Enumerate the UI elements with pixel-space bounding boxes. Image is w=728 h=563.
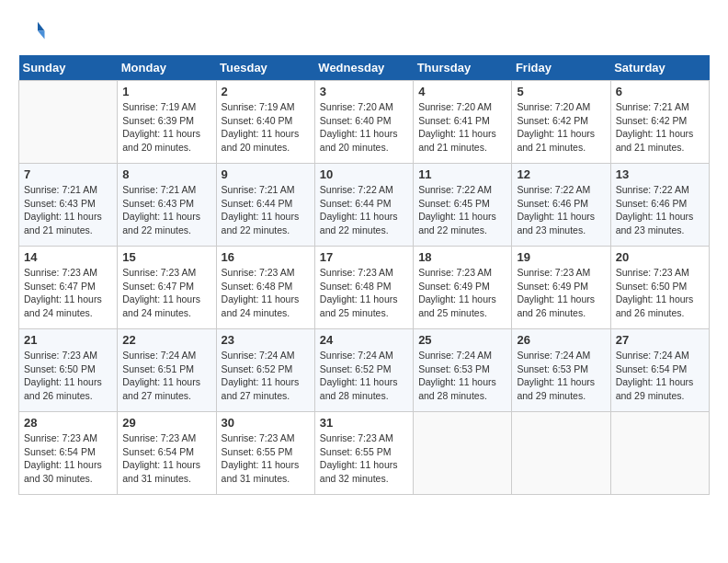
day-detail: Sunrise: 7:24 AM Sunset: 6:54 PM Dayligh… — [616, 349, 704, 403]
day-number: 16 — [222, 250, 310, 264]
day-detail: Sunrise: 7:22 AM Sunset: 6:46 PM Dayligh… — [517, 183, 605, 237]
weekday-header: Tuesday — [216, 55, 314, 81]
calendar-cell: 1Sunrise: 7:19 AM Sunset: 6:39 PM Daylig… — [118, 81, 216, 164]
day-number: 22 — [122, 333, 210, 347]
day-number: 13 — [616, 167, 704, 181]
calendar-cell: 13Sunrise: 7:22 AM Sunset: 6:46 PM Dayli… — [610, 164, 709, 247]
day-detail: Sunrise: 7:23 AM Sunset: 6:47 PM Dayligh… — [122, 266, 210, 320]
day-number: 7 — [24, 167, 112, 181]
day-number: 6 — [616, 85, 704, 98]
calendar-cell — [414, 412, 512, 495]
calendar-table: SundayMondayTuesdayWednesdayThursdayFrid… — [18, 55, 710, 495]
day-detail: Sunrise: 7:22 AM Sunset: 6:44 PM Dayligh… — [320, 183, 408, 237]
day-detail: Sunrise: 7:22 AM Sunset: 6:45 PM Dayligh… — [418, 183, 506, 237]
day-detail: Sunrise: 7:24 AM Sunset: 6:51 PM Dayligh… — [122, 349, 210, 403]
day-number: 10 — [320, 167, 408, 181]
day-detail: Sunrise: 7:24 AM Sunset: 6:52 PM Dayligh… — [222, 349, 310, 403]
logo-icon — [18, 18, 46, 46]
calendar-cell: 14Sunrise: 7:23 AM Sunset: 6:47 PM Dayli… — [19, 247, 118, 329]
calendar-cell: 28Sunrise: 7:23 AM Sunset: 6:54 PM Dayli… — [19, 412, 118, 495]
calendar-cell: 22Sunrise: 7:24 AM Sunset: 6:51 PM Dayli… — [118, 329, 216, 412]
day-detail: Sunrise: 7:22 AM Sunset: 6:46 PM Dayligh… — [616, 183, 704, 237]
calendar-week-row: 21Sunrise: 7:23 AM Sunset: 6:50 PM Dayli… — [19, 329, 710, 412]
day-detail: Sunrise: 7:23 AM Sunset: 6:55 PM Dayligh… — [320, 431, 408, 486]
day-detail: Sunrise: 7:19 AM Sunset: 6:40 PM Dayligh… — [222, 100, 310, 155]
calendar-cell: 3Sunrise: 7:20 AM Sunset: 6:40 PM Daylig… — [314, 81, 413, 164]
day-detail: Sunrise: 7:20 AM Sunset: 6:40 PM Dayligh… — [320, 100, 408, 155]
svg-marker-1 — [38, 31, 45, 40]
day-detail: Sunrise: 7:23 AM Sunset: 6:55 PM Dayligh… — [222, 431, 310, 486]
calendar-cell: 30Sunrise: 7:23 AM Sunset: 6:55 PM Dayli… — [216, 412, 314, 495]
calendar-cell: 9Sunrise: 7:21 AM Sunset: 6:44 PM Daylig… — [216, 164, 314, 247]
day-detail: Sunrise: 7:20 AM Sunset: 6:41 PM Dayligh… — [418, 100, 506, 155]
day-number: 2 — [222, 85, 310, 98]
page-header — [18, 18, 710, 46]
day-detail: Sunrise: 7:23 AM Sunset: 6:54 PM Dayligh… — [24, 431, 112, 486]
calendar-cell: 15Sunrise: 7:23 AM Sunset: 6:47 PM Dayli… — [118, 247, 216, 329]
day-detail: Sunrise: 7:19 AM Sunset: 6:39 PM Dayligh… — [122, 100, 210, 155]
day-number: 21 — [24, 333, 112, 347]
calendar-cell: 7Sunrise: 7:21 AM Sunset: 6:43 PM Daylig… — [19, 164, 118, 247]
calendar-cell: 16Sunrise: 7:23 AM Sunset: 6:48 PM Dayli… — [216, 247, 314, 329]
calendar-cell: 27Sunrise: 7:24 AM Sunset: 6:54 PM Dayli… — [610, 329, 709, 412]
day-number: 19 — [517, 250, 605, 264]
weekday-header-row: SundayMondayTuesdayWednesdayThursdayFrid… — [19, 55, 710, 81]
day-detail: Sunrise: 7:21 AM Sunset: 6:42 PM Dayligh… — [616, 100, 704, 155]
calendar-cell: 26Sunrise: 7:24 AM Sunset: 6:53 PM Dayli… — [512, 329, 610, 412]
day-number: 27 — [616, 333, 704, 347]
calendar-cell: 2Sunrise: 7:19 AM Sunset: 6:40 PM Daylig… — [216, 81, 314, 164]
calendar-week-row: 7Sunrise: 7:21 AM Sunset: 6:43 PM Daylig… — [19, 164, 710, 247]
day-number: 4 — [418, 85, 506, 98]
calendar-cell: 5Sunrise: 7:20 AM Sunset: 6:42 PM Daylig… — [512, 81, 610, 164]
day-number: 14 — [24, 250, 112, 264]
day-number: 31 — [320, 416, 408, 430]
calendar-cell: 11Sunrise: 7:22 AM Sunset: 6:45 PM Dayli… — [414, 164, 512, 247]
calendar-week-row: 1Sunrise: 7:19 AM Sunset: 6:39 PM Daylig… — [19, 81, 710, 164]
calendar-cell: 23Sunrise: 7:24 AM Sunset: 6:52 PM Dayli… — [216, 329, 314, 412]
day-number: 3 — [320, 85, 408, 98]
weekday-header: Friday — [512, 55, 610, 81]
day-number: 17 — [320, 250, 408, 264]
weekday-header: Wednesday — [314, 55, 413, 81]
day-detail: Sunrise: 7:23 AM Sunset: 6:50 PM Dayligh… — [616, 266, 704, 320]
day-detail: Sunrise: 7:24 AM Sunset: 6:52 PM Dayligh… — [320, 349, 408, 403]
day-number: 15 — [122, 250, 210, 264]
svg-marker-0 — [38, 22, 45, 31]
day-number: 30 — [222, 416, 310, 430]
day-number: 28 — [24, 416, 112, 430]
day-number: 23 — [222, 333, 310, 347]
weekday-header: Monday — [118, 55, 216, 81]
day-detail: Sunrise: 7:21 AM Sunset: 6:43 PM Dayligh… — [24, 183, 112, 237]
calendar-cell: 31Sunrise: 7:23 AM Sunset: 6:55 PM Dayli… — [314, 412, 413, 495]
calendar-week-row: 14Sunrise: 7:23 AM Sunset: 6:47 PM Dayli… — [19, 247, 710, 329]
day-number: 9 — [222, 167, 310, 181]
day-number: 1 — [122, 85, 210, 98]
day-detail: Sunrise: 7:23 AM Sunset: 6:49 PM Dayligh… — [517, 266, 605, 320]
day-number: 18 — [418, 250, 506, 264]
day-detail: Sunrise: 7:21 AM Sunset: 6:43 PM Dayligh… — [122, 183, 210, 237]
calendar-cell: 18Sunrise: 7:23 AM Sunset: 6:49 PM Dayli… — [414, 247, 512, 329]
logo — [18, 18, 48, 46]
calendar-cell — [19, 81, 118, 164]
day-number: 8 — [122, 167, 210, 181]
day-detail: Sunrise: 7:24 AM Sunset: 6:53 PM Dayligh… — [418, 349, 506, 403]
day-number: 20 — [616, 250, 704, 264]
calendar-cell: 17Sunrise: 7:23 AM Sunset: 6:48 PM Dayli… — [314, 247, 413, 329]
calendar-cell: 12Sunrise: 7:22 AM Sunset: 6:46 PM Dayli… — [512, 164, 610, 247]
weekday-header: Thursday — [414, 55, 512, 81]
day-number: 29 — [122, 416, 210, 430]
weekday-header: Saturday — [610, 55, 709, 81]
calendar-cell: 25Sunrise: 7:24 AM Sunset: 6:53 PM Dayli… — [414, 329, 512, 412]
day-detail: Sunrise: 7:23 AM Sunset: 6:48 PM Dayligh… — [222, 266, 310, 320]
calendar-cell: 21Sunrise: 7:23 AM Sunset: 6:50 PM Dayli… — [19, 329, 118, 412]
calendar-cell: 10Sunrise: 7:22 AM Sunset: 6:44 PM Dayli… — [314, 164, 413, 247]
calendar-cell: 8Sunrise: 7:21 AM Sunset: 6:43 PM Daylig… — [118, 164, 216, 247]
day-number: 11 — [418, 167, 506, 181]
day-detail: Sunrise: 7:23 AM Sunset: 6:54 PM Dayligh… — [122, 431, 210, 486]
calendar-cell — [610, 412, 709, 495]
calendar-cell: 24Sunrise: 7:24 AM Sunset: 6:52 PM Dayli… — [314, 329, 413, 412]
day-detail: Sunrise: 7:21 AM Sunset: 6:44 PM Dayligh… — [222, 183, 310, 237]
calendar-cell: 29Sunrise: 7:23 AM Sunset: 6:54 PM Dayli… — [118, 412, 216, 495]
calendar-week-row: 28Sunrise: 7:23 AM Sunset: 6:54 PM Dayli… — [19, 412, 710, 495]
day-number: 26 — [517, 333, 605, 347]
